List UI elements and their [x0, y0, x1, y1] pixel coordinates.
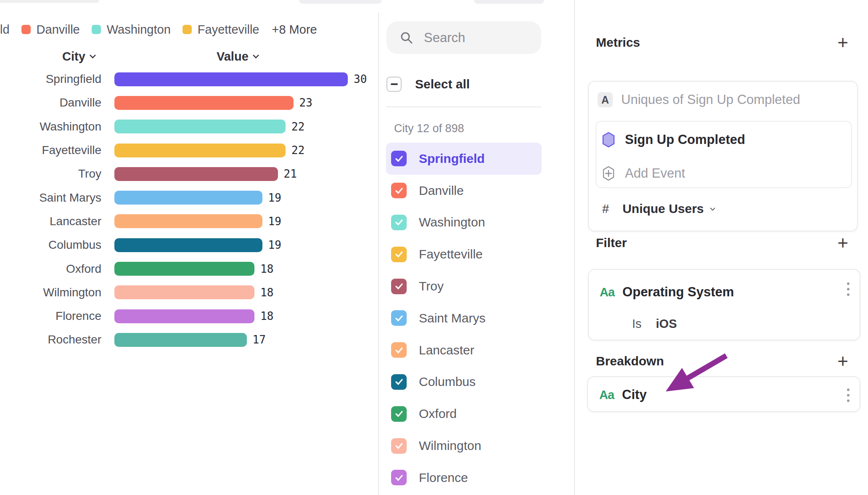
city-label: Florence: [419, 471, 468, 485]
chart-bar-value: 30: [354, 73, 367, 85]
query-inspector-panel: Metrics + A Uniques of Sign Up Completed…: [575, 0, 868, 495]
city-label: Wilmington: [419, 439, 481, 453]
city-list-item[interactable]: Florence: [386, 462, 542, 494]
add-filter-button[interactable]: +: [837, 237, 848, 249]
chart-row[interactable]: Springfield30: [0, 67, 378, 91]
checkmark-icon: [394, 218, 404, 227]
chart-row[interactable]: Lancaster19: [0, 210, 378, 233]
add-breakdown-button[interactable]: +: [837, 355, 848, 367]
chart-bar[interactable]: [114, 309, 254, 323]
aggregation-selector[interactable]: # Unique Users: [602, 202, 715, 216]
legend-item[interactable]: Washington: [92, 23, 171, 37]
city-list-item[interactable]: Washington: [386, 207, 542, 239]
chart-bar[interactable]: [114, 262, 254, 276]
chart-bar[interactable]: [114, 144, 286, 157]
filter-value[interactable]: iOS: [656, 317, 677, 331]
filter-condition-row[interactable]: Is iOS: [632, 317, 677, 331]
city-label: Springfield: [419, 152, 485, 166]
chart-row[interactable]: Columbus19: [0, 233, 378, 257]
chart-row[interactable]: Washington22: [0, 115, 378, 138]
chart-bar[interactable]: [114, 333, 247, 347]
city-label: Lancaster: [419, 343, 474, 357]
legend-more-label[interactable]: +8 More: [272, 23, 317, 37]
kebab-menu-icon[interactable]: [847, 387, 849, 403]
city-list-item[interactable]: Troy: [386, 270, 542, 302]
chart-bar-value: 22: [291, 120, 304, 133]
breakdown-property-row[interactable]: Aa City: [599, 387, 647, 402]
chart-rows: Springfield30Danville23Washington22Fayet…: [0, 67, 378, 352]
chart-bar[interactable]: [114, 120, 286, 133]
chart-row-city-label: Florence: [0, 309, 101, 323]
chart-bar[interactable]: [114, 238, 262, 252]
city-checkbox[interactable]: [391, 247, 407, 262]
event-row[interactable]: Sign Up Completed: [602, 131, 745, 148]
city-list-item[interactable]: Danville: [386, 175, 542, 207]
select-all-row[interactable]: Select all: [386, 74, 470, 94]
chart-row[interactable]: Danville23: [0, 91, 378, 114]
legend-label: Washington: [107, 23, 171, 37]
city-label: Washington: [419, 215, 485, 229]
add-metric-button[interactable]: +: [837, 36, 848, 49]
city-checkbox[interactable]: [391, 438, 407, 454]
filter-property-row[interactable]: Aa Operating System: [600, 285, 734, 300]
city-list-item[interactable]: Columbus: [386, 366, 542, 398]
chart-row-city-label: Troy: [0, 167, 101, 181]
chart-bar-value: 17: [253, 333, 266, 346]
chart-row-city-label: Springfield: [0, 72, 101, 86]
kebab-menu-icon[interactable]: [847, 281, 849, 297]
city-checkbox[interactable]: [391, 374, 407, 390]
legend-item[interactable]: Danville: [21, 23, 80, 37]
chart-bar-value: 22: [291, 144, 304, 157]
city-list: SpringfieldDanvilleWashingtonFayettevill…: [386, 143, 542, 494]
chart-bar[interactable]: [114, 167, 278, 181]
city-checkbox[interactable]: [391, 215, 407, 230]
city-list-item[interactable]: Springfield: [386, 143, 542, 175]
city-column-header[interactable]: City: [62, 50, 95, 64]
number-icon: #: [602, 202, 609, 216]
search-input[interactable]: Search: [386, 21, 541, 54]
chart-bar[interactable]: [114, 214, 262, 228]
city-checkbox[interactable]: [391, 470, 407, 485]
city-label: Columbus: [419, 375, 476, 389]
city-checkbox[interactable]: [391, 342, 407, 358]
chart-row[interactable]: Fayetteville22: [0, 138, 378, 162]
city-list-item[interactable]: Oxford: [386, 398, 542, 430]
legend-label: Fayetteville: [198, 23, 259, 37]
chart-row[interactable]: Saint Marys19: [0, 186, 378, 209]
city-checkbox[interactable]: [391, 279, 407, 294]
city-checkbox[interactable]: [391, 151, 407, 166]
city-selector-panel: Search Select all City 12 of 898 Springf…: [379, 0, 574, 495]
value-column-header[interactable]: Value: [217, 50, 258, 64]
chart-bar[interactable]: [114, 285, 254, 299]
chart-row[interactable]: Wilmington18: [0, 281, 378, 304]
chart-bar[interactable]: [114, 72, 348, 86]
result-count-label: City 12 of 898: [394, 122, 464, 135]
event-hexagon-icon: [602, 132, 615, 148]
chart-row[interactable]: Rochester17: [0, 328, 378, 351]
chart-bar[interactable]: [114, 96, 294, 110]
chart-row[interactable]: Troy21: [0, 162, 378, 186]
select-all-checkbox[interactable]: [386, 77, 402, 92]
city-list-item[interactable]: Wilmington: [386, 430, 542, 462]
city-label: Fayetteville: [419, 247, 483, 261]
divider: [386, 106, 541, 107]
city-list-item[interactable]: Lancaster: [386, 334, 542, 366]
legend-item-truncated[interactable]: ld: [0, 23, 10, 37]
city-checkbox[interactable]: [391, 310, 407, 326]
checkmark-icon: [394, 409, 404, 418]
city-list-item[interactable]: Saint Marys: [386, 302, 542, 334]
metric-label-row[interactable]: A Uniques of Sign Up Completed: [598, 92, 800, 107]
metric-card[interactable]: A Uniques of Sign Up Completed Sign Up C…: [588, 81, 858, 232]
filter-card[interactable]: Aa Operating System Is iOS: [588, 269, 860, 341]
checkmark-icon: [394, 441, 404, 450]
chart-row[interactable]: Oxford18: [0, 257, 378, 280]
city-checkbox[interactable]: [391, 183, 407, 198]
chart-bar[interactable]: [114, 191, 262, 205]
legend-item[interactable]: Fayetteville: [183, 23, 259, 37]
add-event-row[interactable]: Add Event: [602, 165, 685, 182]
chart-row[interactable]: Florence18: [0, 304, 378, 328]
city-checkbox[interactable]: [391, 406, 407, 422]
city-list-item[interactable]: Fayetteville: [386, 238, 542, 270]
filter-operator[interactable]: Is: [632, 317, 642, 331]
indeterminate-icon: [391, 83, 398, 85]
